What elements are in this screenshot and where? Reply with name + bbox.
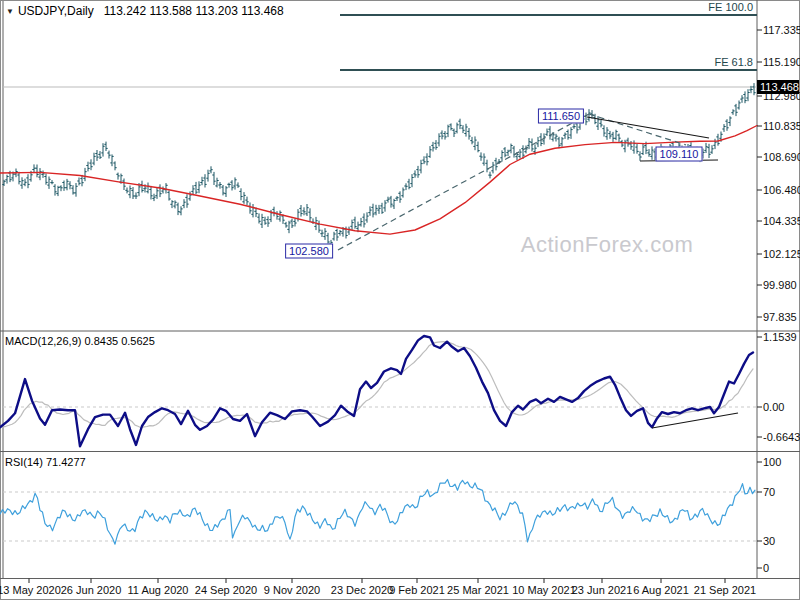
price-axis-label: 104.335 (763, 215, 800, 227)
price-annotation-box[interactable]: 111.650 (538, 109, 584, 124)
date-axis-label: 21 Sep 2021 (694, 584, 756, 596)
price-axis-label: 110.835 (763, 120, 800, 132)
rsi-indicator-label: RSI(14) 71.4277 (5, 456, 86, 468)
mt4-chart-window: ▼USDJPY,Daily113.242 113.588 113.203 113… (0, 0, 800, 600)
rsi-axis-label: 0 (763, 562, 769, 574)
fibonacci-expansion-label[interactable]: FE 100.0 (708, 1, 753, 13)
symbol-period-label: USDJPY,Daily (18, 4, 94, 18)
price-axis-label: 115.190 (763, 56, 800, 68)
current-price-box: 113.468 (757, 80, 799, 94)
chevron-down-icon[interactable]: ▼ (6, 7, 14, 16)
price-annotation-box[interactable]: 102.580 (285, 244, 333, 259)
price-axis-label: 99.980 (763, 279, 797, 291)
date-axis-label: 23 Dec 2020 (331, 584, 393, 596)
macd-axis-label: -0.6643 (763, 431, 800, 443)
price-axis-label: 106.480 (763, 184, 800, 196)
price-axis-label: 97.835 (763, 311, 797, 323)
date-axis-label: 10 May 2021 (512, 584, 576, 596)
date-axis-label: 9 Feb 2021 (389, 584, 445, 596)
rsi-axis-label: 100 (763, 456, 781, 468)
price-annotation-box[interactable]: 109.110 (656, 147, 703, 162)
price-axis-label: 108.690 (763, 151, 800, 163)
rsi-axis-label: 70 (763, 486, 775, 498)
date-axis-label: 13 May 2020 (0, 584, 61, 596)
chart-canvas[interactable] (0, 0, 800, 600)
date-axis-label: 11 Aug 2020 (128, 584, 189, 596)
date-axis-label: 6 Aug 2021 (633, 584, 689, 596)
macd-axis-label: 1.1539 (763, 331, 797, 343)
chart-title: ▼USDJPY,Daily113.242 113.588 113.203 113… (6, 4, 284, 18)
date-axis-label: 25 Mar 2021 (447, 584, 509, 596)
price-axis-label: 117.335 (763, 24, 800, 36)
price-axis-label: 102.125 (763, 248, 800, 260)
date-axis-label: 9 Nov 2020 (264, 584, 320, 596)
macd-indicator-label: MACD(12,26,9) 0.8435 0.5625 (5, 335, 155, 347)
date-axis-label: 24 Sep 2020 (195, 584, 257, 596)
rsi-axis-label: 30 (763, 535, 775, 547)
ohlc-values: 113.242 113.588 113.203 113.468 (104, 4, 284, 18)
watermark: ActionForex.com (521, 232, 694, 258)
date-axis-label: 26 Jun 2020 (61, 584, 122, 596)
macd-axis-label: 0.00 (763, 401, 784, 413)
date-axis-label: 23 Jun 2021 (572, 584, 633, 596)
fibonacci-expansion-label[interactable]: FE 61.8 (714, 56, 753, 68)
